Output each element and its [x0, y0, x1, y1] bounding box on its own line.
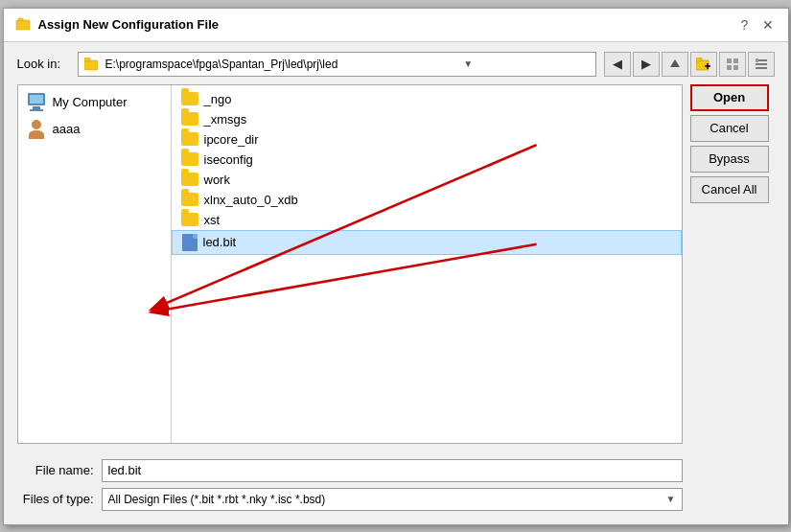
- my-computer-label: My Computer: [53, 95, 128, 109]
- bypass-button[interactable]: Bypass: [690, 146, 769, 173]
- svg-rect-0: [16, 20, 30, 30]
- help-button[interactable]: ?: [736, 16, 754, 34]
- svg-rect-10: [733, 58, 738, 63]
- file-item-label: led.bit: [203, 235, 237, 249]
- files-of-type-value: All Design Files (*.bit *.rbt *.nky *.is…: [108, 493, 666, 506]
- action-buttons: Open Cancel Bypass Cancel All: [690, 84, 775, 444]
- bottom-form: File name: Files of type: All Design Fil…: [17, 451, 775, 515]
- list-view-button[interactable]: [719, 52, 746, 77]
- svg-rect-2: [84, 60, 98, 70]
- left-item-user[interactable]: aaaa: [18, 116, 171, 143]
- assign-config-dialog: Assign New Configuration File ? ✕ Look i…: [3, 8, 789, 525]
- file-browser: My Computer aaaa _ngo_xmsgsipcore_dirise…: [17, 84, 683, 444]
- file-item-label: _ngo: [204, 92, 232, 106]
- file-item-label: _xmsgs: [204, 112, 247, 127]
- svg-rect-9: [727, 58, 732, 63]
- left-panel: My Computer aaaa: [18, 85, 172, 443]
- open-button[interactable]: Open: [690, 84, 769, 111]
- files-of-type-arrow: ▼: [666, 494, 676, 504]
- dialog-title: Assign New Configuration File: [38, 17, 220, 32]
- cancel-button[interactable]: Cancel: [690, 115, 769, 142]
- svg-rect-12: [733, 65, 738, 70]
- folder-icon: [181, 213, 198, 226]
- look-in-label: Look in:: [17, 57, 70, 71]
- file-item-label: iseconfig: [204, 152, 253, 167]
- files-of-type-label: Files of type:: [17, 492, 94, 506]
- close-button[interactable]: ✕: [759, 16, 777, 34]
- folder-icon: [181, 92, 198, 105]
- right-panel: _ngo_xmsgsipcore_diriseconfigworkxlnx_au…: [172, 85, 682, 443]
- file-item-4[interactable]: work: [172, 170, 682, 190]
- folder-icon: [181, 173, 198, 186]
- svg-rect-5: [696, 60, 709, 70]
- left-item-my-computer[interactable]: My Computer: [18, 89, 171, 116]
- file-icon: [182, 234, 198, 251]
- svg-rect-11: [727, 65, 732, 70]
- folder-icon: [181, 132, 198, 146]
- file-item-5[interactable]: xlnx_auto_0_xdb: [172, 190, 682, 210]
- file-item-7[interactable]: led.bit: [172, 230, 682, 255]
- file-item-1[interactable]: _xmsgs: [172, 109, 682, 129]
- file-item-label: ipcore_dir: [204, 132, 259, 147]
- computer-icon: [26, 93, 47, 112]
- look-in-path: E:\programspace\fpga\Spantan_Prj\led\prj…: [105, 58, 348, 71]
- user-label: aaaa: [53, 122, 81, 136]
- svg-rect-16: [756, 58, 758, 62]
- file-name-input[interactable]: [102, 459, 683, 482]
- svg-rect-1: [18, 18, 23, 21]
- file-name-row: File name:: [17, 459, 775, 482]
- svg-marker-4: [670, 59, 680, 67]
- title-bar-left: Assign New Configuration File: [15, 17, 220, 33]
- dialog-body: Look in: E:\programspace\fpga\Spantan_Pr…: [4, 42, 788, 524]
- svg-rect-6: [696, 58, 702, 61]
- files-of-type-row: Files of type: All Design Files (*.bit *…: [17, 488, 775, 511]
- file-item-0[interactable]: _ngo: [172, 89, 682, 109]
- detail-view-button[interactable]: [748, 52, 775, 77]
- look-in-combo[interactable]: E:\programspace\fpga\Spantan_Prj\led\prj…: [78, 52, 596, 77]
- file-item-label: xlnx_auto_0_xdb: [204, 193, 298, 207]
- svg-rect-3: [84, 58, 90, 61]
- user-icon: [26, 120, 47, 139]
- dialog-icon: [15, 17, 31, 33]
- file-item-6[interactable]: xst: [172, 210, 682, 230]
- file-name-label: File name:: [17, 463, 94, 477]
- title-controls: ? ✕: [736, 16, 777, 34]
- look-in-row: Look in: E:\programspace\fpga\Spantan_Pr…: [17, 52, 775, 77]
- file-item-label: work: [204, 173, 230, 187]
- up-button[interactable]: [662, 52, 688, 77]
- file-item-label: xst: [204, 213, 221, 227]
- forward-button[interactable]: ▶: [633, 52, 660, 77]
- title-bar: Assign New Configuration File ? ✕: [4, 9, 788, 42]
- file-item-2[interactable]: ipcore_dir: [172, 129, 682, 150]
- file-item-3[interactable]: iseconfig: [172, 150, 682, 170]
- new-folder-button[interactable]: [690, 52, 717, 77]
- files-of-type-combo[interactable]: All Design Files (*.bit *.rbt *.nky *.is…: [102, 488, 683, 511]
- main-content-area: My Computer aaaa _ngo_xmsgsipcore_dirise…: [17, 84, 775, 444]
- folder-icon: [181, 152, 198, 166]
- toolbar-buttons: ◀ ▶: [604, 52, 775, 77]
- folder-icon: [181, 112, 198, 126]
- folder-icon: [181, 193, 198, 206]
- back-button[interactable]: ◀: [604, 52, 631, 77]
- look-in-arrow: ▼: [347, 58, 590, 69]
- cancel-all-button[interactable]: Cancel All: [690, 176, 769, 203]
